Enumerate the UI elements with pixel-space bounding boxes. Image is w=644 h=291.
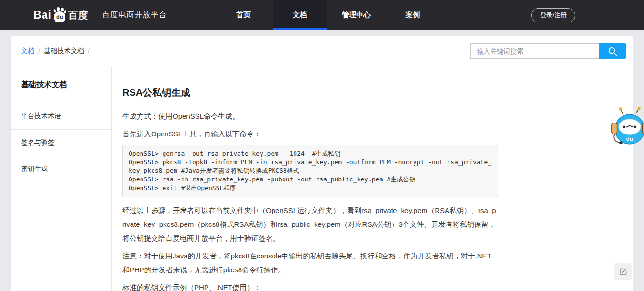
paragraph-steps-result: 经过以上步骤，开发者可以在当前文件夹中（OpenSSL运行文件夹），看到rsa_… [122, 203, 498, 245]
sidebar-item-signature[interactable]: 签名与验签 [11, 130, 111, 156]
breadcrumb-docs-link[interactable]: 文档 [21, 47, 34, 56]
logo-divider [95, 10, 95, 21]
breadcrumb-current: 基础技术文档 [44, 47, 84, 56]
content-card: 文档 / 基础技术文档 / 基础技术文档 平台技术术语 签名与验签 密钥生成 [11, 36, 633, 291]
main-nav: 首页 文档 管理中心 案例 [217, 0, 453, 30]
sidebar-item-key-generation[interactable]: 密钥生成 [11, 156, 111, 182]
feedback-edit-button[interactable] [614, 263, 632, 280]
nav-item-cases[interactable]: 案例 [386, 0, 439, 30]
nav-item-management[interactable]: 管理中心 [329, 0, 383, 30]
paragraph-openssl-intro: 首先进入OpenSSL工具，再输入以下命令： [122, 127, 498, 141]
page-title: RSA公私钥生成 [122, 86, 498, 99]
paw-du-label: du [54, 11, 65, 22]
breadcrumb: 文档 / 基础技术文档 / [21, 47, 90, 56]
baidu-logo[interactable]: Bai du 百度 百度电商开放平台 [33, 7, 167, 23]
breadcrumb-row: 文档 / 基础技术文档 / [11, 36, 633, 66]
paragraph-generation-method: 生成方式：使用OpenSSL命令生成。 [122, 109, 498, 123]
nav-item-docs[interactable]: 文档 [273, 0, 327, 30]
search-icon [607, 46, 618, 56]
breadcrumb-separator: / [38, 47, 40, 55]
baidu-paw-icon: du [52, 7, 67, 23]
edit-compose-icon [619, 267, 628, 276]
search-button[interactable] [599, 43, 626, 59]
platform-subtitle: 百度电商开放平台 [102, 10, 167, 20]
search-box [470, 43, 626, 59]
login-register-button[interactable]: 登录/注册 [531, 8, 575, 22]
doc-article: RSA公私钥生成 生成方式：使用OpenSSL命令生成。 首先进入OpenSSL… [112, 66, 633, 291]
code-block-openssl-commands: OpenSSL> genrsa -out rsa_private_key.pem… [122, 145, 498, 197]
mascot-du-label: du [626, 135, 633, 142]
paragraph-java-note: 注意：对于使用Java的开发者，将pkcs8在console中输出的私钥去除头尾… [122, 249, 498, 277]
doc-sidebar: 基础技术文档 平台技术术语 签名与验签 密钥生成 [11, 66, 112, 291]
nav-item-home[interactable]: 首页 [217, 0, 270, 30]
sidebar-item-platform-terms[interactable]: 平台技术术语 [11, 103, 111, 130]
search-input[interactable] [470, 43, 599, 59]
logo-text-cn: 百度 [68, 9, 88, 22]
paragraph-key-example-label: 标准的私钥文件示例（PHP、.NET使用）： [122, 280, 498, 291]
du-chatbot-mascot-icon[interactable]: du [609, 106, 644, 149]
logo-text-bai: Bai [33, 9, 51, 22]
top-nav-bar: Bai du 百度 百度电商开放平台 首页 文档 管理中心 案例 登录/注册 [0, 0, 644, 30]
nav-divider [453, 11, 453, 20]
sidebar-title: 基础技术文档 [11, 66, 111, 103]
breadcrumb-separator: / [88, 47, 90, 55]
